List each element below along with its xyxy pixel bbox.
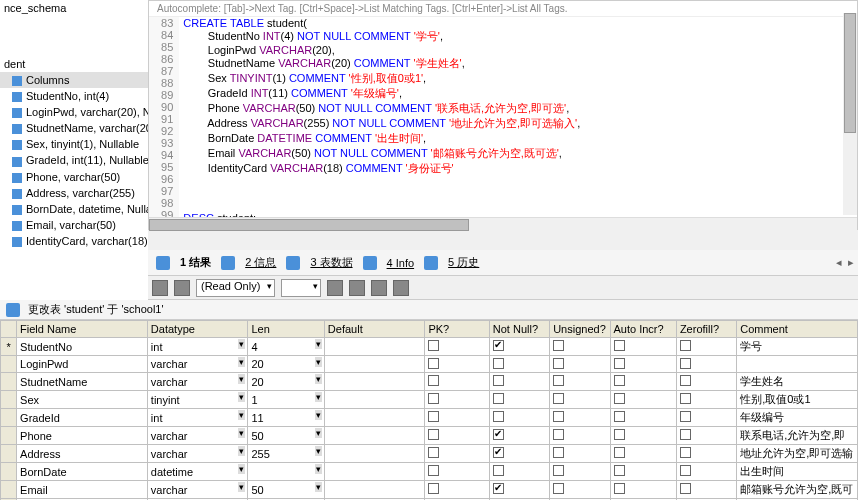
code-area[interactable]: 8384858687888990919293949596979899100101… bbox=[149, 17, 857, 217]
unsigned-checkbox[interactable] bbox=[553, 429, 564, 440]
pk-checkbox[interactable] bbox=[428, 429, 439, 440]
tool-icon-3[interactable] bbox=[371, 280, 387, 296]
tab-info2[interactable]: 4 Info bbox=[381, 257, 421, 269]
cell-default[interactable] bbox=[324, 409, 425, 427]
cell-comment[interactable]: 学生姓名 bbox=[737, 373, 858, 391]
cell-len[interactable] bbox=[248, 463, 324, 481]
v-scrollbar[interactable] bbox=[843, 13, 857, 215]
cell-datatype[interactable]: int bbox=[147, 409, 248, 427]
cell-datatype[interactable]: int bbox=[147, 338, 248, 356]
table-row[interactable]: LoginPwdvarchar20 bbox=[1, 356, 858, 373]
hdr-datatype[interactable]: Datatype bbox=[147, 321, 248, 338]
pk-checkbox[interactable] bbox=[428, 465, 439, 476]
cell-default[interactable] bbox=[324, 356, 425, 373]
cell-comment[interactable]: 年级编号 bbox=[737, 409, 858, 427]
table-row[interactable]: Addressvarchar255地址允许为空,即可选输 bbox=[1, 445, 858, 463]
table-row[interactable]: GradeIdint11年级编号 bbox=[1, 409, 858, 427]
autoincr-checkbox[interactable] bbox=[614, 393, 625, 404]
autoincr-checkbox[interactable] bbox=[614, 375, 625, 386]
pk-checkbox[interactable] bbox=[428, 393, 439, 404]
cell-fieldname[interactable]: BornDate bbox=[17, 463, 148, 481]
readonly-dropdown[interactable]: (Read Only) bbox=[196, 279, 275, 297]
tree-column-item[interactable]: IdentityCard, varchar(18), bbox=[0, 233, 148, 249]
zerofill-checkbox[interactable] bbox=[680, 447, 691, 458]
tab-next-icon[interactable]: ▸ bbox=[848, 256, 854, 269]
cell-datatype[interactable]: varchar bbox=[147, 427, 248, 445]
cell-default[interactable] bbox=[324, 481, 425, 499]
refresh-icon[interactable] bbox=[152, 280, 168, 296]
unsigned-checkbox[interactable] bbox=[553, 447, 564, 458]
unsigned-checkbox[interactable] bbox=[553, 483, 564, 494]
tab-prev-icon[interactable]: ◂ bbox=[836, 256, 842, 269]
cell-default[interactable] bbox=[324, 427, 425, 445]
autoincr-checkbox[interactable] bbox=[614, 358, 625, 369]
unsigned-checkbox[interactable] bbox=[553, 411, 564, 422]
cell-comment[interactable]: 性别,取值0或1 bbox=[737, 391, 858, 409]
autoincr-checkbox[interactable] bbox=[614, 429, 625, 440]
notnull-checkbox[interactable] bbox=[493, 465, 504, 476]
hdr-unsigned[interactable]: Unsigned? bbox=[550, 321, 610, 338]
cell-default[interactable] bbox=[324, 373, 425, 391]
pk-checkbox[interactable] bbox=[428, 340, 439, 351]
cell-comment[interactable]: 出生时间 bbox=[737, 463, 858, 481]
autoincr-checkbox[interactable] bbox=[614, 340, 625, 351]
autoincr-checkbox[interactable] bbox=[614, 465, 625, 476]
cell-default[interactable] bbox=[324, 338, 425, 356]
table-row[interactable]: Sextinyint1性别,取值0或1 bbox=[1, 391, 858, 409]
unsigned-checkbox[interactable] bbox=[553, 465, 564, 476]
cell-len[interactable]: 11 bbox=[248, 409, 324, 427]
cell-fieldname[interactable]: StudentNo bbox=[17, 338, 148, 356]
notnull-checkbox[interactable] bbox=[493, 411, 504, 422]
table-row[interactable]: *StudentNoint4学号 bbox=[1, 338, 858, 356]
cell-len[interactable]: 4 bbox=[248, 338, 324, 356]
cell-comment[interactable]: 学号 bbox=[737, 338, 858, 356]
tool-icon-4[interactable] bbox=[393, 280, 409, 296]
tree-column-item[interactable]: StudentNo, int(4) bbox=[0, 88, 148, 104]
table-row[interactable]: Emailvarchar50邮箱账号允许为空,既可 bbox=[1, 481, 858, 499]
hdr-notnull[interactable]: Not Null? bbox=[489, 321, 549, 338]
cell-len[interactable]: 255 bbox=[248, 445, 324, 463]
pk-checkbox[interactable] bbox=[428, 447, 439, 458]
autoincr-checkbox[interactable] bbox=[614, 411, 625, 422]
cell-len[interactable]: 50 bbox=[248, 481, 324, 499]
zerofill-checkbox[interactable] bbox=[680, 411, 691, 422]
cell-comment[interactable]: 邮箱账号允许为空,既可 bbox=[737, 481, 858, 499]
notnull-checkbox[interactable] bbox=[493, 447, 504, 458]
notnull-checkbox[interactable] bbox=[493, 483, 504, 494]
tree-column-item[interactable]: Phone, varchar(50) bbox=[0, 169, 148, 185]
object-tree[interactable]: nce_schema dent Columns StudentNo, int(4… bbox=[0, 0, 148, 300]
tree-column-item[interactable]: LoginPwd, varchar(20), Nu bbox=[0, 104, 148, 120]
cell-len[interactable]: 1 bbox=[248, 391, 324, 409]
hdr-comment[interactable]: Comment bbox=[737, 321, 858, 338]
cell-default[interactable] bbox=[324, 445, 425, 463]
cell-comment[interactable]: 联系电话,允许为空,即 bbox=[737, 427, 858, 445]
zerofill-checkbox[interactable] bbox=[680, 465, 691, 476]
cell-datatype[interactable]: varchar bbox=[147, 445, 248, 463]
zerofill-checkbox[interactable] bbox=[680, 340, 691, 351]
tree-column-item[interactable]: Email, varchar(50) bbox=[0, 217, 148, 233]
cell-len[interactable]: 50 bbox=[248, 427, 324, 445]
autoincr-checkbox[interactable] bbox=[614, 483, 625, 494]
pk-checkbox[interactable] bbox=[428, 483, 439, 494]
cell-default[interactable] bbox=[324, 391, 425, 409]
hdr-len[interactable]: Len bbox=[248, 321, 324, 338]
notnull-checkbox[interactable] bbox=[493, 393, 504, 404]
cell-fieldname[interactable]: LoginPwd bbox=[17, 356, 148, 373]
cell-default[interactable] bbox=[324, 463, 425, 481]
v-scroll-thumb[interactable] bbox=[844, 13, 856, 133]
cell-len[interactable]: 20 bbox=[248, 356, 324, 373]
limit-dropdown[interactable] bbox=[281, 279, 321, 297]
h-scroll-thumb[interactable] bbox=[149, 219, 469, 231]
cell-datatype[interactable]: datetime bbox=[147, 463, 248, 481]
tree-node-table[interactable]: dent bbox=[0, 56, 148, 72]
zerofill-checkbox[interactable] bbox=[680, 429, 691, 440]
cell-comment[interactable] bbox=[737, 356, 858, 373]
cell-fieldname[interactable]: Phone bbox=[17, 427, 148, 445]
tree-columns-folder[interactable]: Columns bbox=[0, 72, 148, 88]
notnull-checkbox[interactable] bbox=[493, 429, 504, 440]
cell-datatype[interactable]: varchar bbox=[147, 373, 248, 391]
notnull-checkbox[interactable] bbox=[493, 340, 504, 351]
h-scrollbar[interactable] bbox=[149, 217, 857, 231]
hdr-default[interactable]: Default bbox=[324, 321, 425, 338]
zerofill-checkbox[interactable] bbox=[680, 358, 691, 369]
